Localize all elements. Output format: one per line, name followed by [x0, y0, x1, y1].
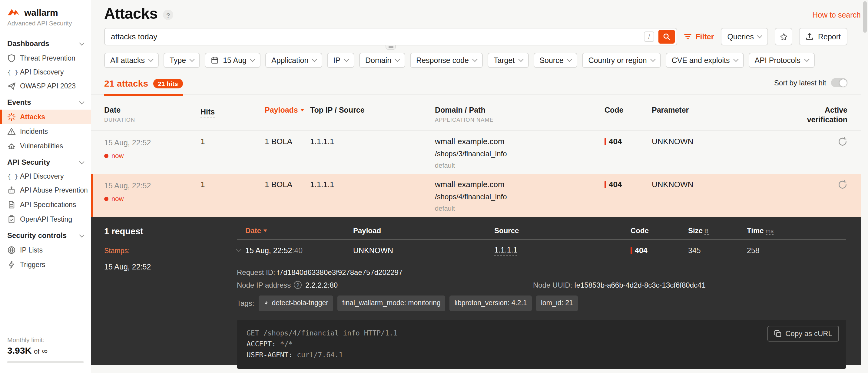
filter-chip-domain[interactable]: Domain: [359, 53, 405, 68]
sidebar-item-api-abuse-prevention[interactable]: API Abuse Prevention: [0, 183, 91, 197]
requests-count: 1 request: [104, 227, 237, 237]
sidebar-item-label: IP Lists: [20, 246, 43, 254]
col-header-hits[interactable]: Hits: [200, 108, 215, 118]
filter-chip-response-code[interactable]: Response code: [410, 53, 483, 68]
attack-date: 15 Aug, 22:52: [104, 182, 151, 190]
filter-chip-api-protocols[interactable]: API Protocols: [749, 53, 814, 68]
size-unit[interactable]: B: [705, 228, 708, 235]
time-unit[interactable]: ms: [766, 228, 774, 235]
chevron-down-icon: [472, 57, 477, 62]
globe-icon: [7, 246, 16, 254]
chip-label: CVE and exploits: [672, 56, 730, 64]
filter-chip-ip[interactable]: IP: [327, 53, 354, 68]
help-icon[interactable]: ?: [163, 10, 173, 20]
report-button[interactable]: Report: [799, 28, 847, 45]
tag-lom-id[interactable]: lom_id: 21: [536, 296, 578, 311]
filter-button[interactable]: Filter: [684, 32, 714, 41]
vertical-scrollbar-thumb[interactable]: [863, 1, 867, 33]
chevron-down-icon: [79, 232, 85, 237]
chevron-down-icon: [190, 57, 195, 62]
attack-parameter: UNKNOWN: [652, 180, 790, 189]
sidebar-item-openapi-testing[interactable]: OpenAPI Testing: [0, 212, 91, 226]
chevron-down-icon: [148, 57, 153, 62]
request-id-label: Request ID:: [237, 269, 275, 277]
req-col-date[interactable]: Date: [237, 227, 353, 235]
brand[interactable]: wallarm: [0, 7, 91, 18]
col-header-domain: Domain / Path: [435, 106, 604, 115]
sidebar-item-threat-prevention[interactable]: Threat Prevention: [0, 51, 91, 65]
sidebar-item-triggers[interactable]: Triggers: [0, 257, 91, 272]
sidebar-item-api-discovery[interactable]: { } API Discovery: [0, 65, 91, 79]
chevron-down-icon: [804, 57, 809, 62]
brand-subtitle: Advanced API Security: [0, 18, 91, 27]
attack-code: 404: [609, 137, 622, 146]
attack-row[interactable]: 15 Aug, 22:52 now 1 1 BOLA 1.1.1.1 wmall…: [91, 131, 861, 174]
sidebar-item-owasp-api-2023[interactable]: OWASP API 2023: [0, 79, 91, 93]
filter-chip-date[interactable]: 15 Aug: [205, 53, 260, 68]
bug-icon: [7, 142, 16, 150]
sidebar-item-api-discovery-2[interactable]: { } API Discovery: [0, 169, 91, 183]
filter-chip-source[interactable]: Source: [533, 53, 577, 68]
search-input[interactable]: [111, 32, 644, 41]
favorites-button[interactable]: [775, 28, 793, 45]
chevron-down-icon: [733, 57, 738, 62]
active-verification-button[interactable]: [838, 180, 847, 192]
nav-section-label: Security controls: [7, 231, 67, 240]
nav-section-api-security[interactable]: API Security: [0, 153, 91, 169]
filter-chip-cve[interactable]: CVE and exploits: [666, 53, 744, 68]
chevron-down-icon: [757, 33, 762, 38]
request-source-link[interactable]: 1.1.1.1: [494, 246, 517, 256]
chip-label: Country or region: [588, 56, 647, 64]
tag-detect-bola-trigger[interactable]: detect-bola-trigger: [258, 296, 333, 311]
sidebar-item-attacks[interactable]: Attacks: [0, 110, 91, 124]
how-to-search-link[interactable]: How to search: [812, 11, 861, 20]
sort-toggle[interactable]: [831, 78, 847, 87]
chip-label: Type: [169, 56, 186, 64]
info-icon[interactable]: ?: [294, 281, 302, 289]
search-box[interactable]: /: [104, 28, 677, 45]
page-header: Attacks ? How to search: [91, 5, 861, 22]
chevron-down-icon: [567, 57, 572, 62]
filter-chip-type[interactable]: Type: [163, 53, 200, 68]
node-ip-value: 2.2.2.2:80: [305, 279, 338, 291]
sort-desc-icon: [301, 109, 304, 112]
live-dot-icon: [104, 154, 108, 158]
sidebar-item-label: Threat Prevention: [20, 55, 75, 62]
sidebar-item-vulnerabilities[interactable]: Vulnerabilities: [0, 139, 91, 153]
col-header-payloads[interactable]: Payloads: [265, 106, 310, 115]
filter-chip-all-attacks[interactable]: All attacks: [104, 53, 159, 68]
live-dot-icon: [104, 197, 108, 201]
requests-table-header: Date Payload Source Code SizeB Timems: [237, 227, 846, 240]
tag-libproton-version[interactable]: libproton_version: 4.2.1: [450, 296, 532, 311]
page-title: Attacks: [104, 5, 157, 22]
node-ip-label: Node IP address: [237, 279, 291, 291]
search-button[interactable]: [658, 30, 675, 43]
sidebar-item-incidents[interactable]: Incidents: [0, 124, 91, 139]
attack-date: 15 Aug, 22:52: [104, 139, 151, 148]
nav-section-security-controls[interactable]: Security controls: [0, 226, 91, 243]
nav-section-events[interactable]: Events: [0, 93, 91, 110]
active-verification-button[interactable]: [838, 137, 847, 149]
filter-chip-target[interactable]: Target: [488, 53, 529, 68]
chip-label: Response code: [416, 56, 469, 64]
filter-funnel-icon: [684, 33, 692, 40]
app-viewport: wallarm Advanced API Security Dashboards…: [0, 0, 868, 373]
attacks-count-tab[interactable]: 21 attacks 21 hits: [104, 78, 183, 94]
search-toolbar: / Filter Queries Report: [91, 28, 861, 45]
filter-chip-application[interactable]: Application: [265, 53, 322, 68]
search-expander[interactable]: [385, 45, 396, 50]
attack-row-expanded[interactable]: 15 Aug, 22:52 now 1 1 BOLA 1.1.1.1 wmall…: [91, 174, 861, 217]
request-row[interactable]: 15 Aug, 22:52:40 UNKNOWN 1.1.1.1 404 345…: [237, 240, 846, 262]
monthly-limit-progressbar: [7, 361, 84, 363]
nav-section-dashboards[interactable]: Dashboards: [0, 34, 91, 51]
copy-as-curl-button[interactable]: Copy as cURL: [767, 325, 839, 341]
attack-hits: 1: [200, 180, 265, 189]
filter-chip-country[interactable]: Country or region: [582, 53, 661, 68]
queries-button[interactable]: Queries: [720, 28, 768, 45]
document-icon: [7, 200, 16, 209]
sidebar-item-ip-lists[interactable]: IP Lists: [0, 243, 91, 257]
sidebar-item-api-specifications[interactable]: API Specifications: [0, 197, 91, 212]
lightning-icon: [263, 300, 269, 307]
tags-label: Tags:: [237, 297, 254, 309]
tag-final-wallarm-mode[interactable]: final_wallarm_mode: monitoring: [337, 296, 445, 311]
